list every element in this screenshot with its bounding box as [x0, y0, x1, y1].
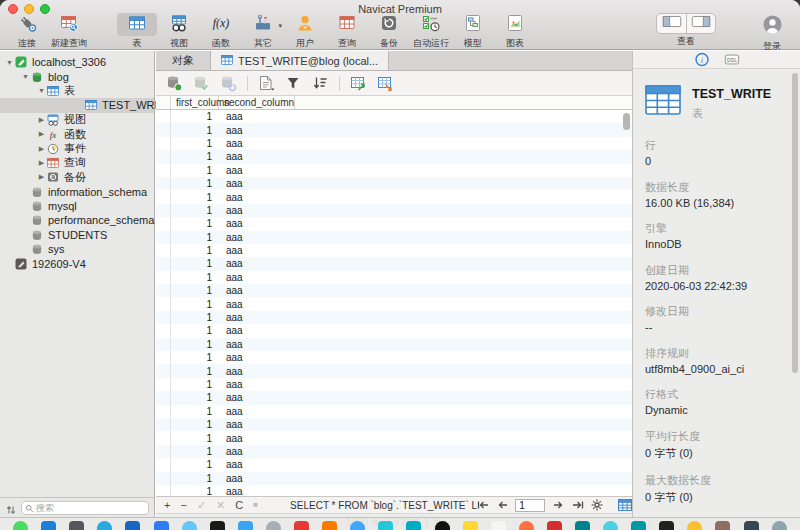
cell-second-column[interactable]: aaa	[219, 258, 295, 269]
row-header[interactable]	[156, 485, 171, 496]
apply-changes-button[interactable]: ✓	[197, 500, 206, 511]
cell-second-column[interactable]: aaa	[219, 392, 295, 403]
dock-app-icon[interactable]	[350, 521, 365, 530]
cell-second-column[interactable]: aaa	[219, 473, 295, 484]
cell-first-column[interactable]: 1	[171, 232, 219, 243]
table-row[interactable]: 1aaa	[156, 458, 632, 471]
column-header-second[interactable]: second_column	[219, 96, 295, 109]
toolbar-connect-button[interactable]: 连接	[6, 13, 48, 50]
table-row[interactable]: 1aaa	[156, 364, 632, 377]
dock-app-icon[interactable]	[435, 521, 450, 530]
table-row[interactable]: 1aaa	[156, 405, 632, 418]
cell-first-column[interactable]: 1	[171, 486, 219, 496]
toolbar-backup-button[interactable]: 备份	[368, 13, 410, 50]
toolbar-view-button[interactable]: 视图	[158, 13, 200, 50]
cell-first-column[interactable]: 1	[171, 192, 219, 203]
row-header[interactable]	[156, 431, 171, 444]
row-header[interactable]	[156, 150, 171, 163]
first-page-icon[interactable]	[477, 499, 489, 511]
column-header-first[interactable]: first_column	[171, 96, 219, 109]
sidebar-item-mysql[interactable]: mysql	[0, 199, 154, 213]
cell-second-column[interactable]: aaa	[219, 218, 295, 229]
gear-icon[interactable]	[591, 499, 603, 511]
info-icon[interactable]: i	[694, 52, 710, 67]
cell-second-column[interactable]: aaa	[219, 125, 295, 136]
toolbar-model-button[interactable]: 模型	[452, 13, 494, 50]
discard-changes-button[interactable]: ✕	[216, 500, 225, 511]
search-input[interactable]	[36, 503, 145, 513]
cell-first-column[interactable]: 1	[171, 459, 219, 470]
cell-first-column[interactable]: 1	[171, 285, 219, 296]
dock-app-icon[interactable]	[772, 521, 787, 530]
cell-second-column[interactable]: aaa	[219, 138, 295, 149]
cell-second-column[interactable]: aaa	[219, 325, 295, 336]
toolbar-user-button[interactable]: 用户	[284, 13, 326, 50]
dock-app-icon[interactable]	[97, 521, 112, 530]
grid-scrollbar[interactable]	[623, 113, 630, 130]
dock-app-icon[interactable]	[406, 521, 421, 530]
cell-first-column[interactable]: 1	[171, 258, 219, 269]
table-row[interactable]: 1aaa	[156, 418, 632, 431]
row-header[interactable]	[156, 177, 171, 190]
sidebar-item-performance-schema[interactable]: performance_schema	[0, 213, 154, 227]
toolbar-automation-button[interactable]: 自动运行	[410, 13, 452, 50]
cell-first-column[interactable]: 1	[171, 205, 219, 216]
cell-second-column[interactable]: aaa	[219, 406, 295, 417]
cell-second-column[interactable]: aaa	[219, 379, 295, 390]
last-page-icon[interactable]	[572, 499, 584, 511]
table-row[interactable]: 1aaa	[156, 257, 632, 270]
dock-app-icon[interactable]	[294, 521, 309, 530]
row-header[interactable]	[156, 338, 171, 351]
cell-second-column[interactable]: aaa	[219, 245, 295, 256]
cell-first-column[interactable]: 1	[171, 419, 219, 430]
sidebar-item-192609-v4[interactable]: 192609-V4	[0, 256, 154, 270]
row-header[interactable]	[156, 405, 171, 418]
row-header[interactable]	[156, 297, 171, 310]
table-row[interactable]: 1aaa	[156, 485, 632, 496]
cell-first-column[interactable]: 1	[171, 325, 219, 336]
sort-icon[interactable]	[311, 74, 329, 92]
cell-first-column[interactable]: 1	[171, 473, 219, 484]
table-row[interactable]: 1aaa	[156, 217, 632, 230]
table-row[interactable]: 1aaa	[156, 204, 632, 217]
table-row[interactable]: 1aaa	[156, 431, 632, 444]
prev-page-icon[interactable]	[496, 499, 508, 511]
tab-table-data[interactable]: TEST_WRITE@blog (local...	[210, 51, 389, 70]
cell-first-column[interactable]: 1	[171, 299, 219, 310]
cell-first-column[interactable]: 1	[171, 379, 219, 390]
table-row[interactable]: 1aaa	[156, 472, 632, 485]
dock-app-icon[interactable]	[13, 521, 28, 530]
dock-app-icon[interactable]	[41, 521, 56, 530]
cell-first-column[interactable]: 1	[171, 125, 219, 136]
dock-app-icon[interactable]	[238, 521, 253, 530]
row-header[interactable]	[156, 123, 171, 136]
row-header[interactable]	[156, 364, 171, 377]
sidebar-item--[interactable]: ▶事件	[0, 141, 154, 155]
dock-app-icon[interactable]	[463, 521, 478, 530]
dock-app-icon[interactable]	[603, 521, 618, 530]
dock-app-icon[interactable]	[575, 521, 590, 530]
disclosure-triangle[interactable]: ▼	[4, 59, 15, 66]
filter-icon[interactable]	[284, 74, 302, 92]
cell-first-column[interactable]: 1	[171, 339, 219, 350]
add-record-button[interactable]: +	[164, 500, 170, 511]
cell-second-column[interactable]: aaa	[219, 285, 295, 296]
table-row[interactable]: 1aaa	[156, 271, 632, 284]
dock-app-icon[interactable]	[715, 521, 730, 530]
rollback-icon[interactable]	[219, 74, 237, 92]
cell-first-column[interactable]: 1	[171, 138, 219, 149]
sidebar-item--[interactable]: ▶fx函数	[0, 127, 154, 141]
row-header[interactable]	[156, 217, 171, 230]
dock-app-icon[interactable]	[69, 521, 84, 530]
next-page-icon[interactable]	[553, 499, 565, 511]
row-header[interactable]	[156, 110, 171, 123]
sidebar-item--[interactable]: ▶查询	[0, 156, 154, 170]
toolbar-new-query-button[interactable]: 新建查询	[48, 13, 90, 50]
dock-app-icon[interactable]	[687, 521, 702, 530]
row-header[interactable]	[156, 458, 171, 471]
table-row[interactable]: 1aaa	[156, 378, 632, 391]
cell-first-column[interactable]: 1	[171, 366, 219, 377]
disclosure-triangle[interactable]: ▶	[36, 145, 47, 153]
table-row[interactable]: 1aaa	[156, 150, 632, 163]
cell-first-column[interactable]: 1	[171, 245, 219, 256]
